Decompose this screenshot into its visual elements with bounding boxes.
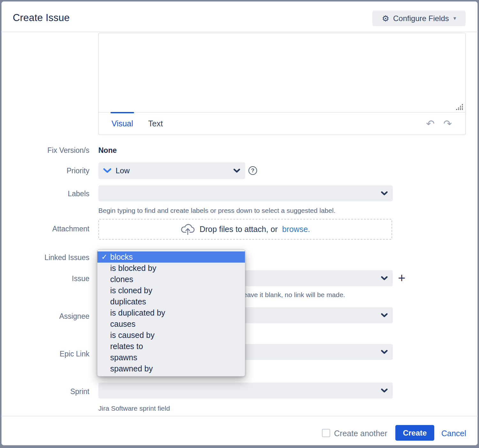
sprint-label: Sprint <box>0 387 89 396</box>
cloud-upload-icon <box>180 223 195 235</box>
link-type-option-label: is duplicated by <box>110 308 165 317</box>
editor-content-area[interactable] <box>99 33 465 113</box>
checkmark-icon: ✓ <box>101 253 107 261</box>
link-type-option[interactable]: is blocked by <box>97 263 245 274</box>
resize-handle-icon[interactable] <box>456 104 463 110</box>
link-type-option[interactable]: duplicates <box>97 296 245 307</box>
link-type-option-label: clones <box>110 275 133 284</box>
link-type-option-label: spawns <box>110 353 137 362</box>
tab-visual[interactable]: Visual <box>110 113 134 135</box>
fix-versions-label: Fix Version/s <box>0 146 89 155</box>
chevron-down-icon <box>381 350 388 354</box>
dialog-title: Create Issue <box>13 12 70 24</box>
labels-helper: Begin typing to find and create labels o… <box>98 207 335 214</box>
link-type-dropdown[interactable]: ✓blocksis blocked byclonesis cloned bydu… <box>97 249 245 377</box>
priority-value: Low <box>116 166 130 175</box>
link-type-option[interactable]: spawned by <box>97 363 245 374</box>
link-type-option-label: is cloned by <box>110 286 152 295</box>
issue-helper: eave it blank, no link will be made. <box>243 291 345 299</box>
link-type-option-label: causes <box>110 319 135 329</box>
sprint-select[interactable] <box>98 383 393 399</box>
help-icon[interactable]: ? <box>248 166 257 175</box>
browse-link[interactable]: browse. <box>282 225 310 234</box>
link-type-option-label: relates to <box>110 342 143 351</box>
epic-link-label: Epic Link <box>0 350 89 358</box>
labels-label: Labels <box>0 190 89 198</box>
link-type-option[interactable]: is caused by <box>97 330 245 341</box>
link-type-option-label: blocks <box>110 252 133 262</box>
create-another-label[interactable]: Create another <box>334 429 387 438</box>
chevron-down-icon: ▾ <box>453 15 456 22</box>
link-type-option[interactable]: is cloned by <box>97 285 245 296</box>
linked-issues-label: Linked Issues <box>0 253 89 262</box>
fix-versions-value: None <box>98 146 117 155</box>
link-type-option[interactable]: causes <box>97 318 245 330</box>
labels-select[interactable] <box>98 185 393 201</box>
configure-fields-label: Configure Fields <box>393 14 449 23</box>
link-type-option[interactable]: is duplicated by <box>97 307 245 318</box>
undo-icon[interactable]: ↶ <box>426 113 435 135</box>
attachment-label: Attachment <box>0 225 89 233</box>
attachment-dropzone[interactable]: Drop files to attach, or browse. <box>98 219 392 240</box>
editor-tabbar: Visual Text ↶ ↷ <box>99 113 465 135</box>
chevron-down-icon <box>233 169 240 173</box>
dropzone-text: Drop files to attach, or <box>200 225 278 234</box>
priority-select[interactable]: Low <box>98 162 245 179</box>
redo-icon[interactable]: ↷ <box>443 113 452 135</box>
link-type-option-label: is caused by <box>110 331 155 340</box>
link-type-option[interactable]: relates to <box>97 341 245 352</box>
chevron-down-icon <box>381 276 388 280</box>
description-editor[interactable]: Visual Text ↶ ↷ <box>98 33 466 135</box>
chevron-down-icon <box>381 191 388 196</box>
link-type-option[interactable]: ✓blocks <box>97 251 245 263</box>
header-divider <box>1 32 478 32</box>
link-type-option-label: is blocked by <box>110 264 156 273</box>
create-another-checkbox[interactable] <box>322 429 330 437</box>
chevron-down-icon <box>381 313 388 317</box>
add-link-button[interactable]: + <box>395 270 408 286</box>
link-type-option-label: spawned by <box>110 364 153 373</box>
create-button[interactable]: Create <box>395 425 434 441</box>
link-type-option[interactable]: spawns <box>97 352 245 363</box>
link-type-option-label: duplicates <box>110 297 146 306</box>
issue-label: Issue <box>0 274 89 283</box>
priority-label: Priority <box>0 167 89 175</box>
assignee-label: Assignee <box>0 312 89 321</box>
gear-icon: ⚙ <box>382 14 389 23</box>
tab-text[interactable]: Text <box>146 113 165 135</box>
chevron-down-icon <box>381 389 388 393</box>
sprint-helper: Jira Software sprint field <box>98 405 170 412</box>
link-type-option[interactable]: clones <box>97 274 245 285</box>
priority-low-icon <box>103 168 112 174</box>
footer-divider <box>1 416 478 416</box>
cancel-button[interactable]: Cancel <box>441 429 466 438</box>
configure-fields-button[interactable]: ⚙ Configure Fields ▾ <box>372 11 466 26</box>
